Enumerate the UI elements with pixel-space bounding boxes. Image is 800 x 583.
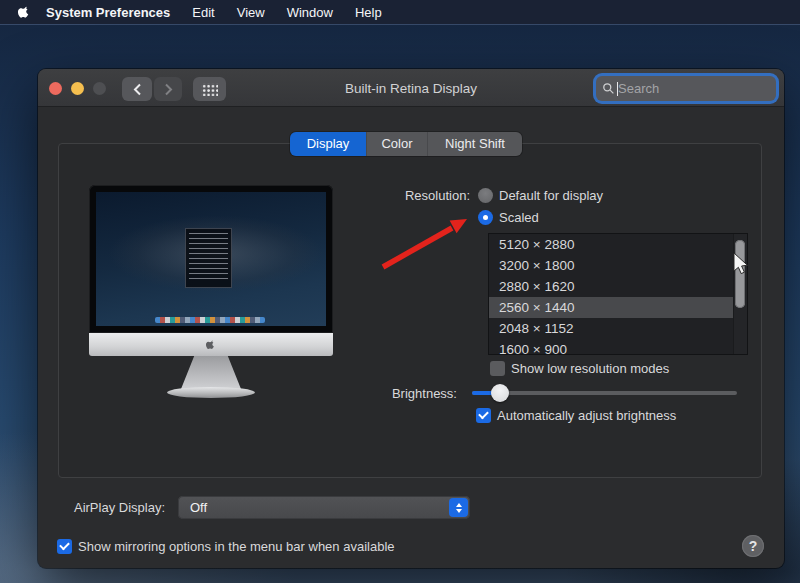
- chevron-right-icon: [164, 83, 173, 96]
- close-button[interactable]: [49, 82, 62, 95]
- tab-display[interactable]: Display: [290, 132, 366, 156]
- apple-logo-icon: [206, 339, 216, 351]
- resolution-label: Resolution:: [330, 188, 470, 203]
- low-resolution-label[interactable]: Show low resolution modes: [511, 361, 669, 376]
- menu-item-view[interactable]: View: [237, 5, 265, 20]
- radio-scaled-label[interactable]: Scaled: [499, 210, 539, 225]
- resolution-option[interactable]: 2048 × 1152: [489, 318, 747, 339]
- airplay-selected-value: Off: [190, 500, 207, 515]
- window-title: Built-in Retina Display: [238, 69, 584, 107]
- search-icon: [602, 82, 615, 95]
- search-input[interactable]: [618, 81, 770, 96]
- mirroring-checkbox[interactable]: [57, 539, 72, 554]
- brightness-slider[interactable]: [472, 391, 737, 395]
- auto-brightness-label[interactable]: Automatically adjust brightness: [497, 408, 676, 423]
- scrollbar-thumb[interactable]: [735, 240, 745, 308]
- chevron-left-icon: [133, 83, 142, 96]
- back-button[interactable]: [122, 77, 152, 101]
- resolution-list-scrollbar[interactable]: [733, 234, 747, 354]
- resolution-option[interactable]: 1600 × 900: [489, 339, 747, 355]
- radio-scaled[interactable]: [478, 210, 493, 225]
- brightness-slider-knob[interactable]: [491, 384, 509, 402]
- imac-preview: [89, 185, 333, 333]
- imac-chin: [89, 333, 333, 356]
- apple-menu-icon[interactable]: [18, 5, 31, 20]
- menu-item-system-preferences[interactable]: System Preferences: [46, 5, 170, 20]
- menu-bar: System Preferences Edit View Window Help: [0, 0, 800, 25]
- airplay-display-dropdown[interactable]: Off: [178, 496, 470, 519]
- auto-brightness-checkbox[interactable]: [476, 408, 491, 423]
- menu-item-help[interactable]: Help: [355, 5, 382, 20]
- radio-default-label[interactable]: Default for display: [499, 188, 603, 203]
- menu-item-edit[interactable]: Edit: [192, 5, 214, 20]
- imac-stand-base: [167, 387, 255, 398]
- airplay-display-label: AirPlay Display:: [38, 500, 165, 515]
- minimize-button[interactable]: [71, 82, 84, 95]
- tab-bar: Display Color Night Shift: [290, 132, 522, 156]
- show-all-button[interactable]: [193, 77, 226, 101]
- resolution-option[interactable]: 5120 × 2880: [489, 234, 747, 255]
- resolution-option[interactable]: 2880 × 1620: [489, 276, 747, 297]
- title-bar: Built-in Retina Display: [38, 69, 784, 107]
- imac-screen-wallpaper: [96, 192, 326, 326]
- resolution-option-selected[interactable]: 2560 × 1440: [489, 297, 747, 318]
- forward-button[interactable]: [154, 77, 182, 101]
- brightness-label: Brightness:: [317, 386, 457, 401]
- system-preferences-window: Built-in Retina Display Display Color Ni…: [38, 69, 784, 568]
- menu-item-window[interactable]: Window: [287, 5, 333, 20]
- tab-color[interactable]: Color: [366, 132, 428, 156]
- radio-default-for-display[interactable]: [478, 188, 493, 203]
- resolution-list[interactable]: 5120 × 2880 3200 × 1800 2880 × 1620 2560…: [488, 233, 748, 355]
- resolution-option[interactable]: 3200 × 1800: [489, 255, 747, 276]
- low-resolution-checkbox[interactable]: [490, 361, 505, 376]
- imac-screen-window: [185, 228, 232, 288]
- help-button[interactable]: ?: [742, 535, 764, 557]
- search-field[interactable]: [596, 76, 776, 101]
- tab-night-shift[interactable]: Night Shift: [428, 132, 522, 156]
- zoom-button[interactable]: [93, 82, 106, 95]
- dropdown-arrows-icon: [449, 498, 468, 517]
- help-label: ?: [749, 538, 758, 554]
- mirroring-label[interactable]: Show mirroring options in the menu bar w…: [78, 539, 395, 554]
- imac-screen-dock: [155, 317, 265, 323]
- desktop: System Preferences Edit View Window Help…: [0, 0, 800, 583]
- grid-icon: [201, 83, 218, 96]
